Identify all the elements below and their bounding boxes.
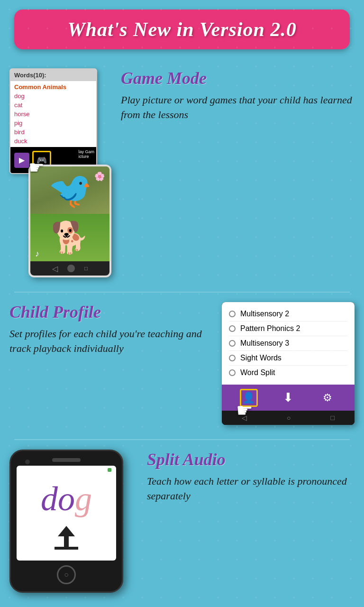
status-bar xyxy=(108,468,111,472)
dalmatian-icon: 🐕 xyxy=(51,220,89,256)
nav-square-icon: □ xyxy=(84,265,88,272)
game-mode-left: Words(10): Common Animals dog cat horse … xyxy=(9,68,111,277)
radio-button[interactable] xyxy=(229,325,236,332)
profile-bottom-bar: 👤 ⬇ ⚙ ☛ xyxy=(222,385,355,411)
profile-list-item: Pattern Phonics 2 xyxy=(229,322,347,336)
phone-home-button[interactable]: ○ xyxy=(57,565,76,584)
nav-home-circle xyxy=(67,265,75,272)
child-profile-title: Child Profile xyxy=(9,302,212,322)
tablet-nav-bar: ◁ □ xyxy=(30,261,109,276)
profile-item-label: Pattern Phonics 2 xyxy=(240,324,300,333)
profile-list-item: Sight Words xyxy=(229,351,347,366)
profile-item-label: Multisensory 2 xyxy=(240,310,289,318)
game-mode-right: Game Mode Play picture or word games tha… xyxy=(111,68,355,122)
word-list-body: Common Animals dog cat horse pig bird du… xyxy=(10,81,96,147)
letter-g: g xyxy=(75,480,92,518)
radio-button[interactable] xyxy=(229,340,236,347)
child-profile-right: Multisensory 2 Pattern Phonics 2 Multise… xyxy=(222,302,355,425)
word-split-label: Word Split xyxy=(240,368,275,377)
word-item: horse xyxy=(10,110,96,119)
hummingbird-area: 🐦 🌸 xyxy=(30,166,109,214)
cursor-hand-icon-2: ☛ xyxy=(236,399,253,421)
play-button[interactable]: ▶ xyxy=(14,153,29,168)
split-audio-description: Teach how each letter or syllable is pro… xyxy=(147,474,355,504)
music-icon: ♪ xyxy=(35,249,39,259)
phone-speaker xyxy=(52,458,81,462)
phone-screen: dog xyxy=(17,466,116,561)
radio-button[interactable] xyxy=(229,311,236,317)
separator-1 xyxy=(14,292,350,293)
child-profile-description: Set profiles for each child you're teach… xyxy=(9,327,212,356)
tablet-mockup: 🐦 🌸 🐕 ♪ ◁ □ xyxy=(28,165,111,277)
sight-words-label: Sight Words xyxy=(240,354,282,362)
word-item: duck xyxy=(10,137,96,146)
arrow-base xyxy=(55,547,78,550)
word-list-mockup: Words(10): Common Animals dog cat horse … xyxy=(9,68,97,174)
tablet-screen: 🐦 🌸 🐕 ♪ xyxy=(30,166,109,261)
profile-list: Multisensory 2 Pattern Phonics 2 Multise… xyxy=(222,302,355,385)
profile-list-item: Word Split xyxy=(229,366,347,380)
game-label: lay Gamicture xyxy=(78,149,94,159)
radio-button[interactable] xyxy=(229,369,236,376)
word-item: cat xyxy=(10,101,96,110)
word-item: bird xyxy=(10,128,96,137)
profile-item-label: Multisensory 3 xyxy=(240,339,289,348)
header-title: What's New in Version 2.0 xyxy=(28,18,336,41)
split-audio-right: Split Audio Teach how each letter or syl… xyxy=(137,450,355,504)
profile-list-item: Multisensory 3 xyxy=(229,336,347,351)
split-audio-section: dog ○ Split Audio Teach how each letter … xyxy=(0,445,364,598)
profile-download-button[interactable]: ⬇ xyxy=(279,389,297,407)
flower-icon: 🌸 xyxy=(94,171,105,182)
header-banner: What's New in Version 2.0 xyxy=(14,9,350,49)
arrow-line xyxy=(64,536,69,547)
battery-icon xyxy=(108,468,111,472)
word-item: dog xyxy=(10,92,96,101)
game-mode-section: Words(10): Common Animals dog cat horse … xyxy=(0,64,364,282)
profile-settings-button[interactable]: ⚙ xyxy=(318,389,337,407)
word-item: pig xyxy=(10,119,96,128)
split-audio-left: dog ○ xyxy=(9,450,137,593)
nav-recents-btn: □ xyxy=(331,414,335,422)
phone-camera xyxy=(25,460,30,464)
word-list-header: Words(10): xyxy=(10,69,96,81)
child-profile-left: Child Profile Set profiles for each chil… xyxy=(9,302,222,356)
nav-back-icon: ◁ xyxy=(52,264,58,273)
split-audio-title: Split Audio xyxy=(147,450,355,469)
word-category: Common Animals xyxy=(10,83,96,92)
letter-d: d xyxy=(41,480,58,518)
game-mode-title: Game Mode xyxy=(121,68,355,88)
game-mode-description: Play picture or word games that your chi… xyxy=(121,93,355,122)
cursor-hand-icon: ☛ xyxy=(28,157,45,174)
dog-word-display: dog xyxy=(41,479,92,519)
dalmatian-area: 🐕 ♪ xyxy=(30,214,109,261)
radio-button[interactable] xyxy=(229,355,236,361)
separator-2 xyxy=(14,439,350,440)
phone-mockup: dog ○ xyxy=(9,450,123,593)
profile-list-item: Multisensory 2 xyxy=(229,307,347,322)
hummingbird-icon: 🐦 xyxy=(48,169,92,211)
nav-home-btn: ○ xyxy=(287,414,291,422)
child-profile-section: Child Profile Set profiles for each chil… xyxy=(0,297,364,430)
arrow-up-container xyxy=(55,526,78,550)
letter-o: o xyxy=(58,480,75,518)
profile-mockup: Multisensory 2 Pattern Phonics 2 Multise… xyxy=(222,302,355,425)
arrow-up-icon xyxy=(58,526,75,536)
